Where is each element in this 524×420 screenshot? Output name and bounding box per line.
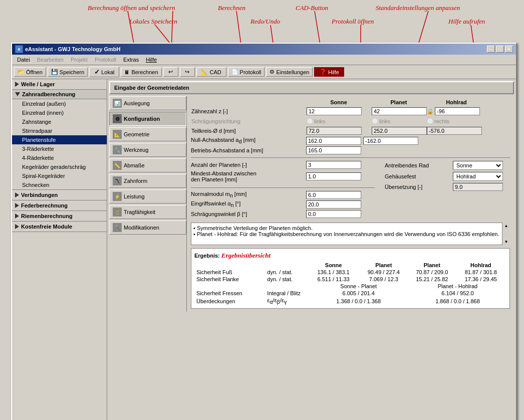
radio-sonne-links[interactable] [307, 118, 313, 124]
sidebar-item-zahnstange[interactable]: Zahnstange [12, 117, 107, 126]
protokoll-label: Protokoll [240, 69, 261, 75]
mindest-abstand-input[interactable] [306, 172, 361, 180]
scroll-down-arrow[interactable]: ▼ [504, 240, 508, 244]
expand-icon-riemen [15, 214, 19, 219]
undo-button[interactable]: ↩ [163, 67, 178, 77]
gehausefest-select[interactable]: Sonne Hohlrad Planet [453, 172, 503, 181]
null-achsabstand-input2[interactable] [363, 137, 418, 145]
sidebar-item-kegelrader[interactable]: Kegelräder gerade/schräg [12, 162, 107, 171]
settings-button[interactable]: ⚙ Einstellungen [266, 67, 313, 77]
scroll-up-arrow[interactable]: ▲ [504, 224, 508, 228]
menu-projekt[interactable]: Projekt [68, 56, 91, 64]
menu-protokoll[interactable]: Protokoll [92, 56, 119, 64]
antreibendes-rad-row: Antreibendes Rad Sonne Planet Hohlrad [385, 161, 510, 170]
result-row-sicherheit-fressen: Sicherheit Fressen Integral / Blitz 6.00… [194, 290, 506, 297]
radio-hohlrad-rechts[interactable] [427, 118, 433, 124]
sidebar-section-riemen: Riemenberechnung [12, 211, 107, 222]
local-button[interactable]: ✓ Lokal [89, 67, 119, 77]
sidebar-header-feder[interactable]: Federberechnung [12, 200, 107, 211]
teilkreis-hohlrad-input [427, 127, 482, 135]
sub-content: 📊 Auslegung ⚙ Konfiguration 📐 Geometrie [109, 96, 514, 312]
cad-button[interactable]: 📐 CAD [196, 67, 226, 77]
zahnezahl-planet-input[interactable] [372, 107, 427, 115]
ubersetzung-row: Übersetzung [-] [385, 183, 510, 191]
riemen-label: Riemenberechnung [21, 213, 73, 219]
close-button[interactable]: ✕ [505, 46, 513, 53]
schragungsrichtung-sonne-cell: links [306, 117, 371, 125]
radio-planet-links[interactable] [372, 118, 378, 124]
anzahl-planeten-input[interactable] [306, 161, 361, 169]
subnav-tragfahigkeit[interactable]: 🏋 Tragfähigkeit [109, 205, 186, 219]
werkzeug-icon: 🔧 [113, 145, 122, 154]
eingriffswinkel-input[interactable] [306, 200, 361, 208]
schragungsrichtung-planet-cell: links [371, 117, 426, 125]
menu-bearbeiten[interactable]: Bearbeiten [34, 56, 67, 64]
calc-button[interactable]: 🖩 Berechnen [121, 68, 161, 77]
auslegung-label: Auslegung [124, 100, 150, 106]
sidebar-item-einzelrad-innen[interactable]: Einzelrad (innen) [12, 108, 107, 117]
settings-label: Einstellungen [276, 69, 309, 75]
results-th-planet2: Planet [409, 262, 455, 269]
subnav-konfiguration[interactable]: ⚙ Konfiguration [109, 112, 186, 126]
subnav-auslegung[interactable]: 📊 Auslegung [109, 96, 186, 110]
subnav-modifikationen[interactable]: 🔨 Modifikationen [109, 221, 186, 235]
protokoll-button[interactable]: 📄 Protokoll [228, 67, 265, 77]
open-button[interactable]: 📂 Öffnen [14, 67, 46, 77]
save-icon: 💾 [51, 69, 58, 75]
right-section: Antreibendes Rad Sonne Planet Hohlrad [380, 161, 510, 220]
betriebs-achsabstand-input[interactable] [306, 146, 361, 154]
normalmodul-input[interactable] [306, 191, 361, 199]
sidebar-item-schnecken[interactable]: Schnecken [12, 180, 107, 189]
sidebar-header-verbindungen[interactable]: Verbindungen [12, 190, 107, 200]
zahnezahl-hohlrad-input[interactable] [435, 107, 480, 115]
result-sicherheit-fuss-planet2: 70.87 / 209.0 [409, 269, 455, 276]
sidebar-header-zahnrad[interactable]: Zahnradberechnung [12, 90, 107, 99]
menu-datei[interactable]: Datei [14, 56, 33, 64]
teilkreis-label: Teilkreis-Ø d [mm] [191, 127, 306, 134]
subnav-geometrie[interactable]: 📐 Geometrie [109, 127, 186, 141]
sidebar-header-kostenfreie[interactable]: Kostenfreie Module [12, 222, 107, 232]
annotation-berechnung: Berechnung öffnen und speichern [88, 4, 175, 12]
messages-container: • Symmetrische Verteilung der Planeten m… [191, 223, 510, 245]
result-uberdeckungen-planet-hohlrad: 1.868 / 0.0 / 1.868 [409, 297, 506, 305]
zahnezahl-sonne-input[interactable] [307, 107, 362, 115]
annotation-hilfe: Hilfe aufrufen [448, 18, 485, 26]
lock-icon: 🔒 [427, 108, 434, 115]
teilkreis-sonne-cell [306, 126, 371, 135]
title-bar-buttons[interactable]: ─ □ ✕ [487, 46, 513, 53]
sidebar-item-4raderkette[interactable]: 4-Räderkette [12, 153, 107, 162]
sidebar-item-3raderkette[interactable]: 3-Räderkette [12, 144, 107, 153]
sidebar-item-stirnradpaar[interactable]: Stirnradpaar [12, 126, 107, 135]
subnav-zahnform[interactable]: 〽 Zahnform [109, 174, 186, 188]
sidebar-item-einzelrad-aussen[interactable]: Einzelrad (außen) [12, 99, 107, 108]
help-button[interactable]: ❓ Hilfe [314, 67, 344, 77]
subnav-leistung[interactable]: ⚡ Leistung [109, 189, 186, 203]
sidebar-header-welle[interactable]: Welle / Lager [12, 79, 107, 89]
schragungswinkel-input[interactable] [306, 210, 361, 218]
ubersetzung-label: Übersetzung [-] [385, 184, 450, 190]
result-sicherheit-flanke-planet1: 7.069 / 12.3 [359, 276, 409, 283]
sidebar-item-planetenstufe[interactable]: Planetenstufe [12, 135, 107, 144]
scrollbar-right[interactable]: ▲ ▼ [502, 223, 510, 245]
sidebar-item-spiral[interactable]: Spiral-Kegelräder [12, 171, 107, 180]
teilkreis-sonne-input [307, 127, 362, 135]
menu-extras[interactable]: Extras [120, 56, 142, 64]
subnav-abmasse[interactable]: 📏 Abmaße [109, 158, 186, 172]
sidebar-header-riemen[interactable]: Riemenberechnung [12, 211, 107, 221]
protokoll-icon: 📄 [231, 69, 238, 75]
antreibendes-rad-select[interactable]: Sonne Planet Hohlrad [453, 161, 503, 170]
menu-hilfe[interactable]: Hilfe [143, 56, 160, 64]
results-th-hohlrad: Hohlrad [455, 262, 506, 269]
maximize-button[interactable]: □ [496, 46, 504, 53]
save-button[interactable]: 💾 Speichern [48, 67, 88, 77]
minimize-button[interactable]: ─ [487, 46, 495, 53]
null-achsabstand-input1[interactable] [306, 137, 361, 145]
feder-label: Federberechnung [21, 202, 68, 208]
redo-button[interactable]: ↪ [180, 67, 195, 77]
teilkreis-hohlrad-cell [426, 126, 486, 135]
subnav-werkzeug[interactable]: 🔧 Werkzeug [109, 143, 186, 157]
werkzeug-label: Werkzeug [124, 147, 148, 153]
result-uberdeckungen-sonne-planet: 1.368 / 0.0 / 1.368 [308, 297, 409, 305]
null-achsabstand-inputs [306, 137, 426, 145]
expand-icon-feder [15, 203, 19, 208]
